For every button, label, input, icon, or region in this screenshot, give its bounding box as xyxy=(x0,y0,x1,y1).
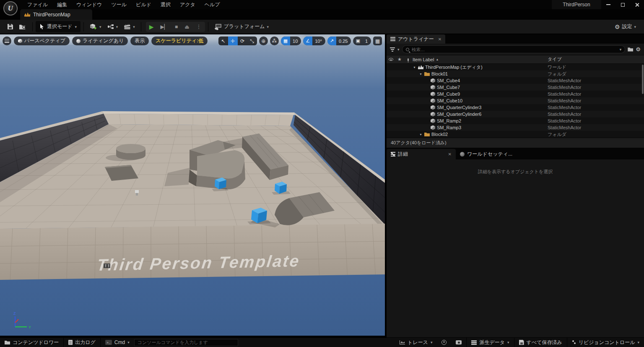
viewport-options-button[interactable] xyxy=(3,37,11,45)
menu-item[interactable]: 編集 xyxy=(52,0,72,10)
scale-tool-button[interactable]: ⤡ xyxy=(247,37,257,45)
row-type-icon xyxy=(418,65,423,69)
stop-icon: ■ xyxy=(175,24,178,30)
perspective-cube-icon xyxy=(18,39,22,43)
outliner-row[interactable]: ▾ SM_Cube7 StaticMeshActor xyxy=(387,84,644,91)
perspective-dropdown[interactable]: パースペクティブ xyxy=(14,37,70,45)
gear-icon: ⚙ xyxy=(615,23,620,30)
cinematics-button[interactable]: ▾ xyxy=(121,22,138,32)
search-input[interactable] xyxy=(412,47,617,52)
save-all-button[interactable]: すべて保存済み xyxy=(514,338,567,347)
output-log-button[interactable]: 出力ログ xyxy=(64,338,100,347)
screenshot-button[interactable] xyxy=(451,338,466,347)
editor-mode-select[interactable]: 選択モード ▾ xyxy=(36,21,80,32)
restore-button[interactable] xyxy=(615,0,630,9)
chevron-down-icon[interactable]: ▾ xyxy=(620,47,622,52)
close-icon[interactable]: ✕ xyxy=(438,37,441,42)
scene-render: Third Person Template Z Y xyxy=(0,34,385,336)
grid-snap-control[interactable]: ▦ 10 xyxy=(281,37,301,45)
menu-item[interactable]: アクタ xyxy=(175,0,200,10)
expander-triangle-icon[interactable]: ▾ xyxy=(413,65,416,69)
outliner-search-field[interactable]: ▾ xyxy=(402,45,626,53)
trace-dropdown[interactable]: トレース ▾ xyxy=(395,338,437,347)
outliner-scrollbar[interactable] xyxy=(642,65,644,94)
browse-content-button[interactable] xyxy=(16,22,29,32)
outliner-row[interactable]: ▾ SM_Cube9 StaticMeshActor xyxy=(387,91,644,97)
blueprints-button[interactable]: ▾ xyxy=(104,22,121,32)
pin-column-button[interactable] xyxy=(404,57,413,62)
outliner-row[interactable]: ▾ SM_Ramp2 StaticMeshActor xyxy=(387,117,644,124)
clock-icon xyxy=(441,340,447,345)
favorite-column-button[interactable]: ★ xyxy=(395,57,404,62)
tab-world-settings[interactable]: ワールドセッティ... xyxy=(456,149,517,159)
tab-outliner[interactable]: アウトライナー ✕ xyxy=(387,34,445,44)
viewport-3d[interactable]: Third Person Template Z Y パースペクティブ ライティン… xyxy=(0,34,385,336)
menu-item[interactable]: ヘルプ xyxy=(200,0,225,10)
outliner-row[interactable]: ▾ Block01 フォルダ xyxy=(387,70,644,77)
platform-button[interactable]: プラットフォーム ▾ xyxy=(211,21,272,32)
outliner-row[interactable]: ▾ SM_Ramp3 StaticMeshActor xyxy=(387,124,644,131)
unreal-logo-icon[interactable]: U xyxy=(3,1,18,16)
settings-button[interactable]: ⚙ 設定 ▾ xyxy=(612,21,639,32)
save-all-label: すべて保存済み xyxy=(527,339,562,346)
play-icon: ▶ xyxy=(149,23,154,30)
insights-timer-button[interactable] xyxy=(437,338,451,347)
play-button[interactable]: ▶ xyxy=(146,22,157,32)
world-coordinate-button[interactable]: ⊕ xyxy=(259,37,268,45)
outliner-row[interactable]: ▾ SM_QuarterCylinder3 StaticMeshActor xyxy=(387,104,644,111)
expander-triangle-icon[interactable]: ▾ xyxy=(419,72,423,76)
menu-item[interactable]: ウィンドウ xyxy=(72,0,106,10)
gear-icon[interactable]: ⚙ xyxy=(636,46,641,52)
content-drawer-button[interactable]: コンテンツドロワー xyxy=(0,338,63,347)
column-item-label[interactable]: Item Label ▲ xyxy=(413,57,548,62)
revision-control-dropdown[interactable]: リビジョンコントロール ▾ xyxy=(567,338,644,347)
menu-item[interactable]: 選択 xyxy=(156,0,175,10)
rotate-tool-button[interactable]: ⟳ xyxy=(238,37,247,45)
outliner-row[interactable]: ▾ SM_Cube4 StaticMeshActor xyxy=(387,77,644,84)
filter-icon[interactable] xyxy=(390,47,395,52)
scale-icon: ⤡ xyxy=(250,38,254,44)
select-tool-button[interactable]: ↖ xyxy=(218,37,228,45)
move-tool-button[interactable]: ✛ xyxy=(228,37,238,45)
chevron-down-icon[interactable]: ▾ xyxy=(397,47,400,52)
row-type: StaticMeshActor xyxy=(548,91,644,97)
eject-button[interactable]: ⏏ xyxy=(181,22,192,31)
play-options-button[interactable]: ⋮ xyxy=(193,22,205,31)
new-folder-icon[interactable] xyxy=(628,47,633,52)
view-mode-dropdown[interactable]: ライティングあり xyxy=(72,37,128,45)
menu-item[interactable]: ツール xyxy=(107,0,132,10)
scale-snap-control[interactable]: ↗ 0.25 xyxy=(327,37,351,45)
row-type: フォルダ xyxy=(548,71,644,77)
rotation-snap-control[interactable]: ∠ 10° xyxy=(303,37,325,45)
outliner-row[interactable]: ▾ SM_Cube10 StaticMeshActor xyxy=(387,97,644,104)
column-type[interactable]: タイプ xyxy=(548,56,644,63)
outliner-row[interactable]: ▾ SM_QuarterCylinder6 StaticMeshActor xyxy=(387,111,644,117)
maximize-viewport-button[interactable]: ▦ xyxy=(373,37,382,45)
derived-data-dropdown[interactable]: 派生データ ▾ xyxy=(467,338,514,347)
star-icon: ★ xyxy=(397,57,402,62)
menu-item[interactable]: ファイル xyxy=(23,0,52,10)
visibility-column-button[interactable] xyxy=(387,57,395,62)
surface-snapping-button[interactable]: ⁂ xyxy=(270,37,279,45)
menu-item[interactable]: ビルド xyxy=(131,0,156,10)
tab-details[interactable]: 詳細 ✕ xyxy=(387,149,456,159)
console-command-input[interactable] xyxy=(134,339,238,346)
camera-speed-control[interactable]: ▣ 1 xyxy=(353,37,371,45)
close-button[interactable] xyxy=(630,0,644,9)
minimize-button[interactable] xyxy=(601,0,615,9)
show-dropdown[interactable]: 表示 xyxy=(130,37,149,45)
cmd-dropdown[interactable]: >_ Cmd ▾ xyxy=(101,338,134,347)
tab-thirdpersonmap[interactable]: ThirdPersonMap xyxy=(20,9,92,20)
save-button[interactable] xyxy=(4,21,16,32)
add-actor-button[interactable]: ▾ xyxy=(87,21,104,32)
stop-button[interactable]: ■ xyxy=(171,22,181,31)
scalability-warning-button[interactable]: スケーラビリティ:低 xyxy=(151,37,208,45)
close-icon[interactable]: ✕ xyxy=(448,152,452,157)
restore-icon xyxy=(621,3,625,7)
expander-triangle-icon[interactable]: ▾ xyxy=(419,133,423,136)
outliner-row[interactable]: ▾ ThirdPersonMap (エディタ) ワールド xyxy=(387,64,644,70)
row-type-icon xyxy=(431,105,435,110)
outliner-row[interactable]: ▾ Block02 フォルダ xyxy=(387,131,644,138)
skip-button[interactable]: ▶▏ xyxy=(157,22,171,31)
row-label: Block02 xyxy=(431,132,448,137)
